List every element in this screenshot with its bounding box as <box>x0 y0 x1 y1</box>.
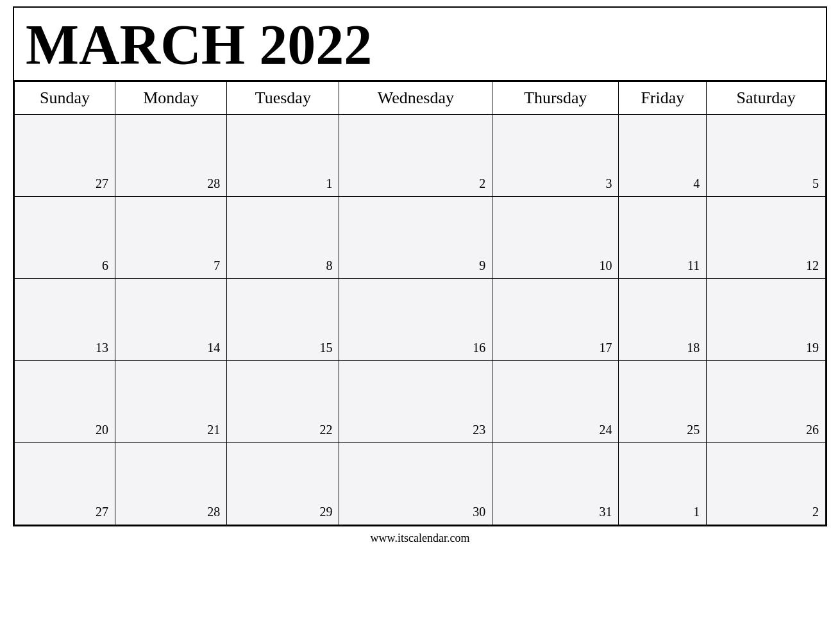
calendar-cell: 22 <box>227 360 339 442</box>
week-row-3: 13141516171819 <box>15 278 826 360</box>
day-header-tuesday: Tuesday <box>227 81 339 114</box>
calendar-cell: 19 <box>707 278 826 360</box>
week-row-5: 272829303112 <box>15 442 826 525</box>
week-row-1: 272812345 <box>15 114 826 196</box>
calendar-cell: 10 <box>492 196 619 278</box>
calendar-cell: 1 <box>619 442 707 525</box>
calendar-cell: 23 <box>339 360 492 442</box>
calendar-cell: 28 <box>115 114 226 196</box>
calendar-cell: 27 <box>15 442 115 525</box>
calendar-cell: 6 <box>15 196 115 278</box>
calendar-cell: 28 <box>115 442 226 525</box>
week-row-4: 20212223242526 <box>15 360 826 442</box>
calendar-cell: 25 <box>619 360 707 442</box>
day-header-friday: Friday <box>619 81 707 114</box>
calendar-grid: SundayMondayTuesdayWednesdayThursdayFrid… <box>14 81 826 525</box>
calendar-cell: 2 <box>707 442 826 525</box>
calendar-cell: 30 <box>339 442 492 525</box>
day-header-row: SundayMondayTuesdayWednesdayThursdayFrid… <box>15 81 826 114</box>
day-header-wednesday: Wednesday <box>339 81 492 114</box>
day-header-thursday: Thursday <box>492 81 619 114</box>
calendar-cell: 31 <box>492 442 619 525</box>
calendar-cell: 17 <box>492 278 619 360</box>
day-header-saturday: Saturday <box>707 81 826 114</box>
calendar-cell: 16 <box>339 278 492 360</box>
calendar-cell: 13 <box>15 278 115 360</box>
calendar-cell: 4 <box>619 114 707 196</box>
day-header-monday: Monday <box>115 81 226 114</box>
calendar-cell: 24 <box>492 360 619 442</box>
calendar-title: MARCH 2022 <box>14 8 826 81</box>
calendar-cell: 11 <box>619 196 707 278</box>
calendar-cell: 8 <box>227 196 339 278</box>
calendar-cell: 18 <box>619 278 707 360</box>
calendar-cell: 15 <box>227 278 339 360</box>
calendar-cell: 20 <box>15 360 115 442</box>
calendar-cell: 29 <box>227 442 339 525</box>
footer-url: www.itscalendar.com <box>371 526 470 546</box>
calendar-cell: 3 <box>492 114 619 196</box>
calendar-container: MARCH 2022 SundayMondayTuesdayWednesdayT… <box>13 6 827 526</box>
calendar-cell: 7 <box>115 196 226 278</box>
calendar-cell: 9 <box>339 196 492 278</box>
calendar-cell: 26 <box>707 360 826 442</box>
day-header-sunday: Sunday <box>15 81 115 114</box>
calendar-cell: 1 <box>227 114 339 196</box>
calendar-cell: 12 <box>707 196 826 278</box>
week-row-2: 6789101112 <box>15 196 826 278</box>
calendar-cell: 14 <box>115 278 226 360</box>
calendar-cell: 2 <box>339 114 492 196</box>
calendar-cell: 21 <box>115 360 226 442</box>
calendar-cell: 5 <box>707 114 826 196</box>
calendar-cell: 27 <box>15 114 115 196</box>
